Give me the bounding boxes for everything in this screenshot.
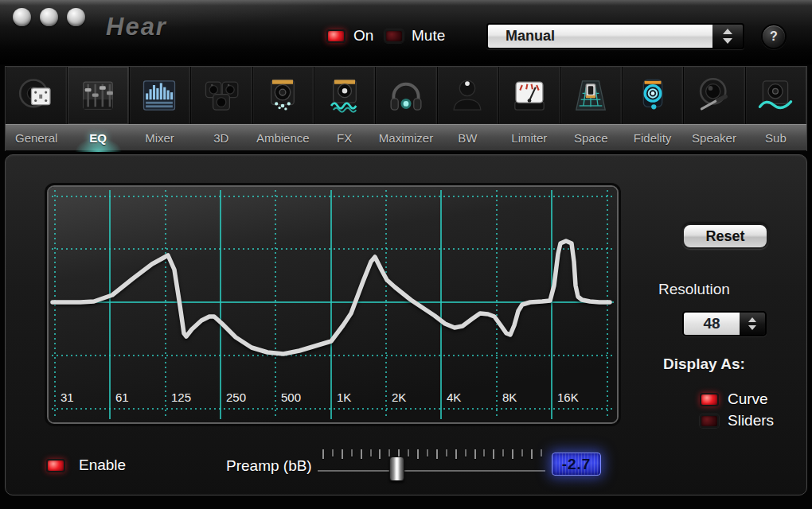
tab-label-bw[interactable]: BW (437, 125, 498, 150)
tab-speaker[interactable] (683, 67, 744, 124)
mute-led-checkbox[interactable] (385, 29, 404, 43)
tab-icon-row (6, 66, 806, 124)
stepper-down-icon (723, 38, 732, 44)
tab-fidelity[interactable] (622, 67, 683, 124)
resolution-value: 48 (684, 313, 740, 335)
eq-icon (77, 75, 119, 116)
general-icon (16, 75, 57, 116)
tab-label-mixer[interactable]: Mixer (129, 125, 190, 150)
tab-label-speaker[interactable]: Speaker (683, 125, 744, 150)
mute-label: Mute (412, 27, 445, 45)
tab-general[interactable] (6, 67, 67, 124)
display-as-label: Display As: (663, 356, 745, 373)
tab-label-fidelity[interactable]: Fidelity (622, 125, 683, 150)
tab-label-row: General EQ Mixer 3D Ambience FX Maximize… (6, 124, 806, 151)
enable-led-checkbox[interactable] (46, 459, 65, 472)
preamp-label: Preamp (bB) (226, 457, 312, 475)
svg-text:31: 31 (61, 390, 74, 404)
resolution-label: Resolution (658, 281, 778, 298)
tab-label-ambience[interactable]: Ambience (252, 125, 314, 150)
preamp-slider[interactable] (316, 446, 547, 484)
mixer-icon (139, 75, 180, 116)
enable-control[interactable]: Enable (46, 457, 126, 474)
preamp-slider-track[interactable] (318, 470, 545, 472)
svg-text:8K: 8K (502, 390, 517, 404)
window-orb-minimize[interactable] (40, 8, 58, 26)
stepper-down-icon (748, 325, 756, 330)
tab-label-general[interactable]: General (6, 125, 67, 150)
limiter-meter-icon (509, 75, 550, 116)
display-as-sliders-option[interactable]: Sliders (700, 412, 774, 429)
tab-limiter[interactable] (498, 67, 560, 124)
sliders-led-radio[interactable] (700, 414, 719, 428)
tab-mixer[interactable] (129, 67, 190, 124)
resolution-stepper[interactable] (740, 313, 765, 335)
svg-text:1K: 1K (337, 390, 351, 404)
curve-led-radio[interactable] (700, 393, 719, 406)
fx-icon (324, 75, 365, 116)
svg-text:16K: 16K (557, 390, 579, 404)
on-led-checkbox[interactable] (326, 29, 345, 43)
space-room-icon (570, 75, 611, 116)
reset-button[interactable]: Reset (682, 223, 768, 249)
titlebar: Hear On Mute Manual ? (0, 0, 812, 64)
tab-fx[interactable] (314, 67, 375, 124)
tab-label-space[interactable]: Space (560, 125, 622, 150)
tab-label-3d[interactable]: 3D (190, 125, 252, 150)
tab-eq[interactable] (67, 67, 128, 124)
preamp-slider-thumb[interactable] (389, 457, 404, 481)
window-orb-close[interactable] (13, 8, 31, 26)
enable-label: Enable (79, 457, 126, 474)
maximizer-icon (385, 75, 427, 116)
resolution-spinner[interactable]: 48 (682, 311, 767, 336)
tab-bw[interactable] (437, 67, 498, 124)
tab-3d[interactable] (190, 67, 252, 124)
window-orb-zoom[interactable] (67, 8, 85, 26)
preamp-value-display: -2.7 (552, 453, 601, 476)
speaker-driver-icon (693, 75, 735, 116)
tab-space[interactable] (560, 67, 622, 124)
3d-speakers-icon (201, 75, 242, 116)
hear-app-window: Hear On Mute Manual ? (0, 0, 812, 509)
stepper-up-icon (723, 29, 732, 34)
eq-graph[interactable]: 31611252505001K2K4K8K16K (47, 185, 619, 424)
tab-label-fx[interactable]: FX (314, 125, 375, 150)
tab-label-sub[interactable]: Sub (745, 125, 806, 150)
app-logo: Hear (106, 13, 167, 41)
svg-text:2K: 2K (392, 390, 406, 404)
preset-select[interactable]: Manual (486, 23, 744, 49)
eq-panel: 31611252505001K2K4K8K16K Reset Resolutio… (5, 154, 807, 495)
preset-select-stepper[interactable] (712, 25, 743, 48)
tab-label-limiter[interactable]: Limiter (498, 125, 560, 150)
display-as-curve-option[interactable]: Curve (700, 390, 768, 408)
tab-strip: General EQ Mixer 3D Ambience FX Maximize… (5, 66, 807, 151)
svg-text:4K: 4K (447, 390, 461, 404)
preset-select-value: Manual (488, 25, 712, 48)
svg-text:250: 250 (226, 390, 246, 404)
help-button[interactable]: ? (761, 24, 787, 49)
sliders-label: Sliders (728, 412, 774, 429)
fidelity-icon (632, 75, 673, 116)
curve-label: Curve (728, 390, 768, 408)
svg-text:125: 125 (171, 390, 191, 404)
preamp-slider-ticks (322, 449, 542, 460)
tab-label-eq[interactable]: EQ (67, 125, 128, 150)
stepper-up-icon (748, 317, 756, 322)
tab-ambience[interactable] (252, 67, 314, 124)
svg-text:500: 500 (281, 390, 301, 404)
tab-sub[interactable] (745, 67, 806, 124)
sub-icon (755, 75, 796, 116)
on-label: On (353, 27, 373, 45)
ambience-icon (262, 75, 303, 116)
bw-head-icon (447, 75, 488, 116)
svg-text:61: 61 (115, 390, 129, 404)
tab-maximizer[interactable] (375, 67, 436, 124)
question-mark-icon: ? (770, 29, 778, 44)
tab-label-maximizer[interactable]: Maximizer (375, 125, 436, 150)
